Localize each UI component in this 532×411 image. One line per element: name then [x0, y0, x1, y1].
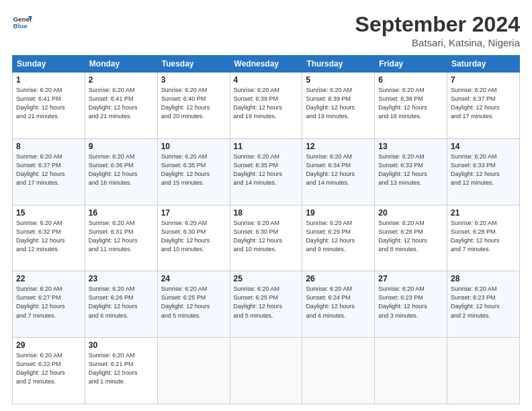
day-number: 26 — [306, 274, 371, 283]
day-info: Sunrise: 6:20 AM Sunset: 6:25 PM Dayligh… — [161, 285, 226, 320]
day-info: Sunrise: 6:20 AM Sunset: 6:37 PM Dayligh… — [16, 152, 81, 187]
day-number: 19 — [306, 208, 371, 218]
day-info: Sunrise: 6:20 AM Sunset: 6:22 PM Dayligh… — [16, 351, 81, 386]
calendar-cell: 22Sunrise: 6:20 AM Sunset: 6:27 PM Dayli… — [13, 271, 85, 338]
day-info: Sunrise: 6:20 AM Sunset: 6:32 PM Dayligh… — [16, 219, 81, 254]
day-number: 21 — [451, 208, 516, 218]
day-number: 13 — [378, 142, 443, 151]
calendar-cell: 9Sunrise: 6:20 AM Sunset: 6:36 PM Daylig… — [85, 138, 157, 205]
weekday-header: Sunday — [13, 56, 85, 73]
calendar-cell — [447, 338, 520, 404]
day-info: Sunrise: 6:20 AM Sunset: 6:34 PM Dayligh… — [306, 152, 371, 187]
day-number: 20 — [378, 208, 443, 218]
day-info: Sunrise: 6:20 AM Sunset: 6:40 PM Dayligh… — [161, 86, 226, 121]
day-number: 15 — [16, 208, 81, 218]
calendar-cell — [230, 338, 302, 404]
day-info: Sunrise: 6:20 AM Sunset: 6:21 PM Dayligh… — [89, 351, 154, 386]
logo-icon: General Blue — [12, 12, 32, 32]
calendar-cell: 1Sunrise: 6:20 AM Sunset: 6:41 PM Daylig… — [13, 73, 85, 139]
calendar-cell: 20Sunrise: 6:20 AM Sunset: 6:28 PM Dayli… — [375, 205, 447, 271]
calendar-cell: 2Sunrise: 6:20 AM Sunset: 6:41 PM Daylig… — [85, 73, 157, 139]
calendar-cell: 3Sunrise: 6:20 AM Sunset: 6:40 PM Daylig… — [157, 73, 230, 139]
title-block: September 2024 Batsari, Katsina, Nigeria — [355, 12, 520, 48]
day-number: 16 — [89, 208, 154, 218]
day-info: Sunrise: 6:20 AM Sunset: 6:39 PM Dayligh… — [234, 86, 299, 121]
day-number: 6 — [378, 75, 443, 85]
day-number: 14 — [451, 142, 516, 151]
calendar-cell: 5Sunrise: 6:20 AM Sunset: 6:39 PM Daylig… — [302, 73, 375, 139]
calendar-cell — [302, 338, 375, 404]
day-info: Sunrise: 6:20 AM Sunset: 6:37 PM Dayligh… — [451, 86, 516, 121]
day-info: Sunrise: 6:20 AM Sunset: 6:41 PM Dayligh… — [16, 86, 81, 121]
month-title: September 2024 — [355, 12, 520, 37]
day-number: 2 — [89, 75, 154, 85]
weekday-header: Friday — [375, 56, 447, 73]
day-info: Sunrise: 6:20 AM Sunset: 6:30 PM Dayligh… — [161, 219, 226, 254]
calendar-cell: 4Sunrise: 6:20 AM Sunset: 6:39 PM Daylig… — [230, 73, 302, 139]
day-info: Sunrise: 6:20 AM Sunset: 6:35 PM Dayligh… — [234, 152, 299, 187]
calendar-cell: 10Sunrise: 6:20 AM Sunset: 6:35 PM Dayli… — [157, 138, 230, 205]
subtitle: Batsari, Katsina, Nigeria — [355, 37, 520, 48]
day-info: Sunrise: 6:20 AM Sunset: 6:41 PM Dayligh… — [89, 86, 154, 121]
day-info: Sunrise: 6:20 AM Sunset: 6:33 PM Dayligh… — [451, 152, 516, 187]
day-info: Sunrise: 6:20 AM Sunset: 6:38 PM Dayligh… — [378, 86, 443, 121]
calendar-cell: 19Sunrise: 6:20 AM Sunset: 6:29 PM Dayli… — [302, 205, 375, 271]
calendar-cell: 30Sunrise: 6:20 AM Sunset: 6:21 PM Dayli… — [85, 338, 157, 404]
day-info: Sunrise: 6:20 AM Sunset: 6:23 PM Dayligh… — [451, 285, 516, 320]
page: General Blue September 2024 Batsari, Kat… — [0, 0, 532, 411]
day-number: 5 — [306, 75, 371, 85]
day-info: Sunrise: 6:20 AM Sunset: 6:36 PM Dayligh… — [89, 152, 154, 187]
day-number: 24 — [161, 274, 226, 283]
weekday-header: Thursday — [302, 56, 375, 73]
day-info: Sunrise: 6:20 AM Sunset: 6:23 PM Dayligh… — [378, 285, 443, 320]
calendar-week-row: 29Sunrise: 6:20 AM Sunset: 6:22 PM Dayli… — [13, 338, 520, 404]
calendar-cell: 13Sunrise: 6:20 AM Sunset: 6:33 PM Dayli… — [375, 138, 447, 205]
day-info: Sunrise: 6:20 AM Sunset: 6:26 PM Dayligh… — [89, 285, 154, 320]
day-number: 3 — [161, 75, 226, 85]
day-number: 9 — [89, 142, 154, 151]
calendar-cell: 6Sunrise: 6:20 AM Sunset: 6:38 PM Daylig… — [375, 73, 447, 139]
calendar-cell: 28Sunrise: 6:20 AM Sunset: 6:23 PM Dayli… — [447, 271, 520, 338]
calendar-cell: 18Sunrise: 6:20 AM Sunset: 6:30 PM Dayli… — [230, 205, 302, 271]
day-info: Sunrise: 6:20 AM Sunset: 6:28 PM Dayligh… — [451, 219, 516, 254]
calendar-cell: 23Sunrise: 6:20 AM Sunset: 6:26 PM Dayli… — [85, 271, 157, 338]
day-number: 23 — [89, 274, 154, 283]
svg-text:Blue: Blue — [13, 22, 28, 30]
calendar-cell: 16Sunrise: 6:20 AM Sunset: 6:31 PM Dayli… — [85, 205, 157, 271]
day-info: Sunrise: 6:20 AM Sunset: 6:35 PM Dayligh… — [161, 152, 226, 187]
day-info: Sunrise: 6:20 AM Sunset: 6:28 PM Dayligh… — [378, 219, 443, 254]
calendar-body: 1Sunrise: 6:20 AM Sunset: 6:41 PM Daylig… — [13, 73, 520, 404]
calendar-cell: 29Sunrise: 6:20 AM Sunset: 6:22 PM Dayli… — [13, 338, 85, 404]
calendar-cell: 7Sunrise: 6:20 AM Sunset: 6:37 PM Daylig… — [447, 73, 520, 139]
day-info: Sunrise: 6:20 AM Sunset: 6:27 PM Dayligh… — [16, 285, 81, 320]
calendar-cell: 24Sunrise: 6:20 AM Sunset: 6:25 PM Dayli… — [157, 271, 230, 338]
calendar-cell — [157, 338, 230, 404]
calendar-cell: 25Sunrise: 6:20 AM Sunset: 6:25 PM Dayli… — [230, 271, 302, 338]
day-number: 25 — [234, 274, 299, 283]
day-info: Sunrise: 6:20 AM Sunset: 6:29 PM Dayligh… — [306, 219, 371, 254]
calendar-week-row: 8Sunrise: 6:20 AM Sunset: 6:37 PM Daylig… — [13, 138, 520, 205]
day-number: 7 — [451, 75, 516, 85]
day-info: Sunrise: 6:20 AM Sunset: 6:33 PM Dayligh… — [378, 152, 443, 187]
day-number: 18 — [234, 208, 299, 218]
day-number: 22 — [16, 274, 81, 283]
calendar-cell: 27Sunrise: 6:20 AM Sunset: 6:23 PM Dayli… — [375, 271, 447, 338]
day-info: Sunrise: 6:20 AM Sunset: 6:39 PM Dayligh… — [306, 86, 371, 121]
day-info: Sunrise: 6:20 AM Sunset: 6:25 PM Dayligh… — [234, 285, 299, 320]
weekday-header: Saturday — [447, 56, 520, 73]
day-number: 28 — [451, 274, 516, 283]
day-number: 8 — [16, 142, 81, 151]
day-info: Sunrise: 6:20 AM Sunset: 6:31 PM Dayligh… — [89, 219, 154, 254]
day-number: 17 — [161, 208, 226, 218]
calendar-cell: 15Sunrise: 6:20 AM Sunset: 6:32 PM Dayli… — [13, 205, 85, 271]
day-number: 29 — [16, 340, 81, 350]
calendar-cell — [375, 338, 447, 404]
weekday-header: Tuesday — [157, 56, 230, 73]
day-info: Sunrise: 6:20 AM Sunset: 6:24 PM Dayligh… — [306, 285, 371, 320]
logo: General Blue — [12, 12, 32, 32]
calendar-header-row: SundayMondayTuesdayWednesdayThursdayFrid… — [13, 56, 520, 73]
day-number: 30 — [89, 340, 154, 350]
calendar-cell: 26Sunrise: 6:20 AM Sunset: 6:24 PM Dayli… — [302, 271, 375, 338]
weekday-header: Wednesday — [230, 56, 302, 73]
calendar-table: SundayMondayTuesdayWednesdayThursdayFrid… — [12, 55, 520, 404]
